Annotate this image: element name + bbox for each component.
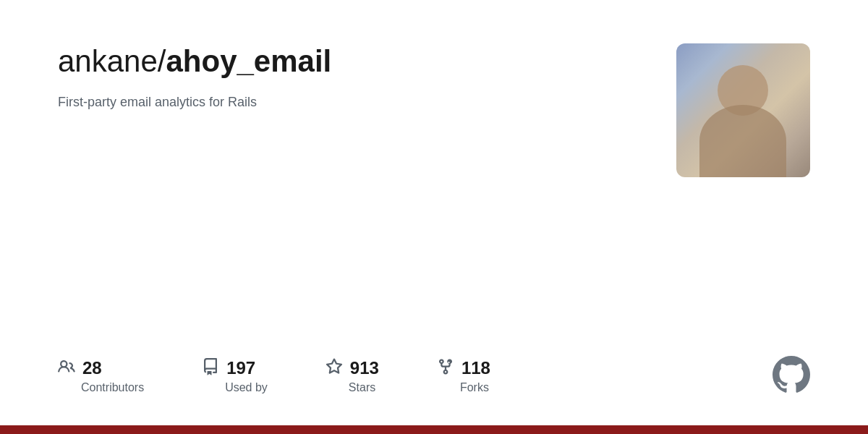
github-logo-icon [773, 356, 810, 393]
used-by-count: 197 [226, 358, 255, 378]
main-content: ankane/ahoy_email First-party email anal… [0, 0, 868, 425]
header-section: ankane/ahoy_email First-party email anal… [58, 43, 810, 177]
avatar[interactable] [676, 43, 810, 177]
github-logo-container[interactable] [773, 356, 810, 396]
used-by-icon [202, 358, 219, 378]
stat-stars-top: 913 [326, 358, 379, 378]
repo-title[interactable]: ankane/ahoy_email [58, 43, 647, 80]
star-icon [326, 358, 343, 378]
stat-used-by-top: 197 [202, 358, 255, 378]
forks-count: 118 [461, 358, 490, 378]
stat-stars[interactable]: 913 Stars [326, 358, 379, 394]
repo-name: ahoy_email [166, 44, 331, 78]
repo-owner: ankane/ [58, 44, 166, 78]
used-by-label: Used by [225, 381, 268, 394]
stat-contributors[interactable]: 28 Contributors [58, 358, 144, 394]
repo-description: First-party email analytics for Rails [58, 93, 647, 112]
avatar-container [676, 43, 810, 177]
stat-contributors-top: 28 [58, 358, 102, 378]
stars-label: Stars [349, 381, 375, 394]
stat-forks-top: 118 [437, 358, 490, 378]
stat-forks[interactable]: 118 Forks [437, 358, 490, 394]
contributors-icon [58, 358, 75, 378]
stars-count: 913 [350, 358, 379, 378]
title-area: ankane/ahoy_email First-party email anal… [58, 43, 647, 112]
stats-section: 28 Contributors 197 Used by [58, 327, 810, 396]
contributors-label: Contributors [81, 381, 144, 394]
forks-label: Forks [460, 381, 489, 394]
stat-used-by[interactable]: 197 Used by [202, 358, 268, 394]
bottom-bar [0, 425, 868, 434]
contributors-count: 28 [82, 358, 102, 378]
fork-icon [437, 358, 454, 378]
